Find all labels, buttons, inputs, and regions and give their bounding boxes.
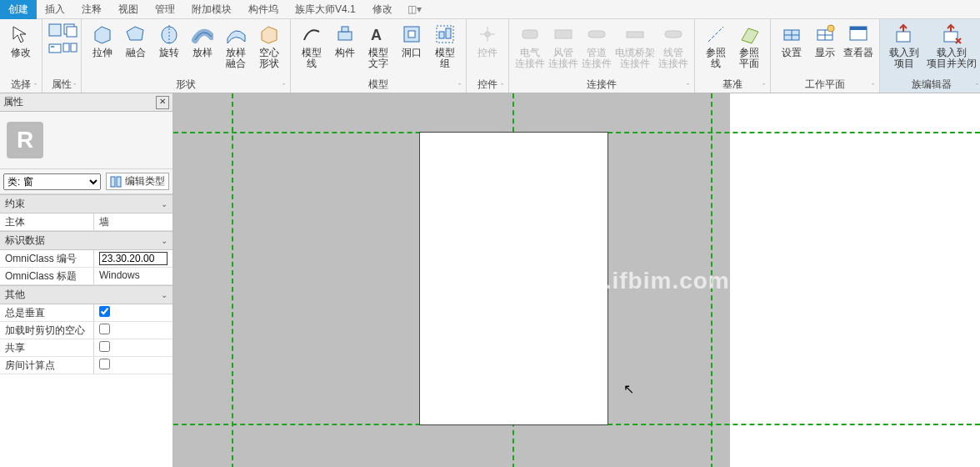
group-label-conn: 连接件 — [514, 78, 689, 93]
properties-title: 属性 ✕ — [0, 93, 172, 112]
viewer-button[interactable]: 查看器 — [842, 21, 874, 78]
prop-value[interactable]: 墙 — [94, 213, 172, 230]
prop-checkbox[interactable] — [99, 306, 110, 317]
svg-rect-23 — [627, 32, 643, 38]
drawing-canvas[interactable]: BIM教程网|www.ifbim.com ↖ — [173, 93, 980, 467]
svg-rect-21 — [555, 30, 572, 38]
svg-rect-34 — [850, 27, 867, 30]
tab-create[interactable]: 创建 — [0, 0, 37, 19]
prop-small1[interactable] — [62, 21, 76, 38]
svg-point-19 — [485, 32, 490, 37]
prop-name: OmniClass 编号 — [0, 250, 94, 267]
prop-row: 房间计算点 — [0, 357, 172, 374]
close-icon[interactable]: ✕ — [156, 96, 169, 109]
prop-name: OmniClass 标题 — [0, 268, 94, 284]
tab-manage[interactable]: 管理 — [147, 0, 183, 19]
svg-rect-13 — [408, 31, 415, 38]
ref-plane-v1[interactable] — [232, 93, 233, 467]
svg-rect-35 — [897, 32, 910, 42]
type-selector-row: 类: 窗 编辑类型 — [0, 169, 172, 194]
duct-conn-button: 风管 连接件 — [548, 21, 579, 78]
type-selector[interactable]: 类: 窗 — [3, 173, 101, 190]
prop-value[interactable] — [94, 304, 172, 321]
svg-rect-2 — [51, 46, 54, 48]
prop-value[interactable] — [94, 322, 172, 339]
load-project-button[interactable]: 载入到 项目 — [885, 21, 923, 78]
modeltext-button[interactable]: A模型 文字 — [362, 21, 394, 78]
prop-row: 总是垂直 — [0, 304, 172, 322]
void-button[interactable]: 空心 形状 — [253, 21, 285, 78]
group-shape: 拉伸 融合 旋转 放样 放样 融合 空心 形状 形状 — [82, 19, 291, 93]
modelgroup-button[interactable]: 模型 组 — [429, 21, 461, 78]
swept-blend-button[interactable]: 放样 融合 — [220, 21, 252, 78]
svg-rect-4 — [67, 27, 77, 37]
prop-value[interactable]: Windows — [94, 268, 172, 284]
prop-checkbox[interactable] — [99, 324, 110, 334]
tray-conn-button: 电缆桥架 连接件 — [614, 21, 656, 78]
svg-rect-6 — [71, 43, 77, 52]
sweep-button[interactable]: 放样 — [187, 21, 218, 78]
svg-rect-0 — [49, 24, 61, 36]
property-grid: 约束⌄主体墙标识数据⌄OmniClass 编号OmniClass 标题Windo… — [0, 194, 172, 467]
watermark-text: BIM教程网|www.ifbim.com — [423, 265, 729, 297]
revolve-button[interactable]: 旋转 — [153, 21, 185, 78]
prop-type-button[interactable] — [48, 39, 61, 56]
menu-tabbar: 创建 插入 注释 视图 管理 附加模块 构件坞 族库大师V4.1 修改 ◫▾ — [0, 0, 980, 19]
blend-button[interactable]: 融合 — [120, 21, 152, 78]
family-thumb-icon: R — [7, 122, 43, 158]
prop-value[interactable] — [94, 339, 172, 356]
group-label-select: 选择 — [5, 78, 37, 93]
prop-name: 总是垂直 — [0, 304, 94, 321]
properties-thumbnail-row: R — [0, 112, 172, 169]
group-control: 控件 控件 — [467, 19, 509, 93]
prop-category[interactable]: 约束⌄ — [0, 194, 172, 213]
group-model: 模型 线 构件 A模型 文字 洞口 模型 组 模型 — [291, 19, 467, 93]
svg-rect-1 — [49, 44, 61, 53]
svg-rect-36 — [944, 32, 958, 42]
svg-rect-5 — [63, 43, 69, 52]
group-label-prop: 属性 — [48, 78, 76, 93]
tab-goujianwu[interactable]: 构件坞 — [240, 0, 287, 19]
component-button[interactable]: 构件 — [329, 21, 361, 78]
tab-overflow-icon[interactable]: ◫▾ — [408, 3, 422, 15]
cursor-icon: ↖ — [623, 381, 634, 397]
load-close-button[interactable]: 载入到 项目并关闭 — [925, 21, 978, 78]
set-button[interactable]: 设置 — [776, 21, 808, 78]
prop-value[interactable] — [94, 357, 172, 374]
prop-checkbox[interactable] — [99, 341, 110, 352]
prop-category[interactable]: 标识数据⌄ — [0, 231, 172, 250]
prop-category[interactable]: 其他⌄ — [0, 285, 172, 304]
refline-button[interactable]: 参照 线 — [700, 21, 732, 78]
prop-name: 主体 — [0, 213, 94, 230]
modelline-button[interactable]: 模型 线 — [296, 21, 328, 78]
svg-rect-24 — [665, 31, 682, 38]
prop-row: 共享 — [0, 339, 172, 357]
svg-rect-37 — [111, 177, 115, 187]
show-button[interactable]: 显示 — [809, 21, 841, 78]
svg-rect-22 — [588, 31, 605, 38]
opening-button[interactable]: 洞口 — [396, 21, 428, 78]
properties-title-text: 属性 — [3, 95, 23, 109]
prop-paste-button[interactable] — [48, 21, 61, 38]
tab-modify[interactable]: 修改 — [364, 0, 401, 19]
prop-small2[interactable] — [62, 39, 76, 56]
prop-input[interactable] — [99, 252, 168, 265]
extrude-button[interactable]: 拉伸 — [87, 21, 118, 78]
conduit-conn-button: 线管 连接件 — [658, 21, 689, 78]
group-datum: 参照 线 参照 平面 基准 — [695, 19, 771, 93]
refplane-button[interactable]: 参照 平面 — [733, 21, 765, 78]
edit-type-button[interactable]: 编辑类型 — [106, 173, 169, 190]
properties-panel: 属性 ✕ R 类: 窗 编辑类型 约束⌄主体墙标识数据⌄OmniClass 编号… — [0, 93, 173, 467]
prop-checkbox[interactable] — [99, 359, 110, 369]
svg-line-25 — [708, 27, 723, 42]
tab-insert[interactable]: 插入 — [37, 0, 73, 19]
tab-annotate[interactable]: 注释 — [73, 0, 110, 19]
svg-rect-10 — [342, 27, 348, 32]
tab-zkds[interactable]: 族库大师V4.1 — [287, 0, 364, 19]
modify-button[interactable]: 修改 — [5, 21, 37, 78]
group-label-famed: 族编辑器 — [885, 78, 978, 93]
tab-addins[interactable]: 附加模块 — [183, 0, 240, 19]
prop-value[interactable] — [94, 250, 172, 267]
tab-view[interactable]: 视图 — [110, 0, 147, 19]
edit-type-icon — [110, 176, 122, 188]
